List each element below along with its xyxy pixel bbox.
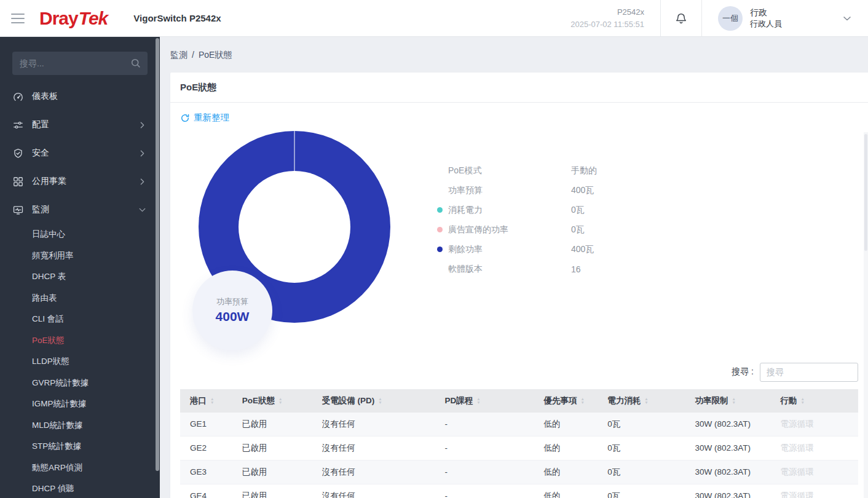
power-cycle-button[interactable]: 電源循環 — [775, 436, 858, 460]
sidebar-item-utilities[interactable]: 公用事業 — [0, 167, 160, 196]
table-cell: 低的 — [539, 413, 602, 437]
breadcrumb-parent[interactable]: 監測 — [170, 50, 187, 60]
stat-label: 廣告宣傳的功率 — [448, 224, 571, 235]
content-scrollbar-thumb[interactable] — [864, 134, 867, 251]
table-cell: 沒有任何 — [317, 460, 440, 484]
logo-text-dray: Dray — [39, 8, 78, 29]
sidebar-subitem-cli-session[interactable]: CLI 會話 — [0, 309, 160, 330]
app-header: Dray Tek VigorSwitch P2542x P2542x 2025-… — [0, 0, 868, 37]
power-budget-badge: 功率預算 400W — [192, 271, 272, 350]
badge-value: 400W — [216, 309, 250, 324]
table-cell: 已啟用 — [237, 413, 317, 437]
sidebar-subitem-log-center[interactable]: 日誌中心 — [0, 224, 160, 245]
table-cell: 30W (802.3AT) — [690, 413, 775, 437]
table-cell: - — [440, 484, 539, 498]
sort-icon[interactable]: ▲▼ — [210, 397, 214, 404]
bell-icon — [674, 12, 688, 25]
table-cell: 低的 — [539, 436, 602, 460]
content-scrollbar[interactable] — [864, 132, 868, 498]
column-header[interactable]: 行動▲▼ — [775, 389, 858, 413]
sidebar-subitem-bandwidth-utilization[interactable]: 頻寬利用率 — [0, 245, 160, 267]
sidebar-item-label: 公用事業 — [32, 176, 137, 187]
user-role: 行政 — [750, 6, 782, 18]
sidebar-subitem-mld-statistics[interactable]: MLD統計數據 — [0, 415, 160, 437]
sidebar-subitem-poe-status[interactable]: PoE狀態 — [0, 330, 160, 352]
sidebar-item-configuration[interactable]: 配置 — [0, 111, 160, 139]
column-header[interactable]: 功率限制▲▼ — [690, 389, 775, 413]
table-cell: 已啟用 — [237, 436, 317, 460]
stat-label: 消耗電力 — [448, 205, 571, 216]
sidebar-search-input[interactable] — [12, 52, 148, 75]
user-role-detail: 行政人員 — [750, 18, 782, 30]
sort-icon[interactable]: ▲▼ — [644, 397, 648, 404]
power-cycle-button[interactable]: 電源循環 — [775, 460, 858, 484]
shield-icon — [12, 148, 24, 159]
sidebar: 儀表板配置安全公用事業監測日誌中心頻寬利用率DHCP 表路由表CLI 會話PoE… — [0, 37, 160, 498]
table-cell: 已啟用 — [237, 460, 317, 484]
sidebar-item-security[interactable]: 安全 — [0, 139, 160, 167]
column-header[interactable]: 電力消耗▲▼ — [602, 389, 690, 413]
sort-icon[interactable]: ▲▼ — [800, 397, 804, 404]
donut-hole — [239, 171, 350, 283]
hamburger-menu-icon[interactable] — [0, 0, 36, 36]
table-row: GE4已啟用沒有任何-低的0瓦30W (802.3AT)電源循環 — [180, 484, 858, 498]
device-time: P2542x 2025-07-02 11:55:51 — [570, 6, 644, 30]
table-cell: 0瓦 — [602, 436, 690, 460]
chevron-down-icon[interactable] — [841, 12, 853, 25]
sidebar-nav: 儀表板配置安全公用事業監測日誌中心頻寬利用率DHCP 表路由表CLI 會話PoE… — [0, 82, 160, 498]
column-header[interactable]: 港口▲▼ — [180, 389, 237, 413]
sort-icon[interactable]: ▲▼ — [476, 397, 480, 404]
search-icon[interactable] — [130, 57, 141, 71]
table-cell: - — [440, 460, 539, 484]
table-cell: GE3 — [180, 460, 237, 484]
sidebar-subitem-routing-table[interactable]: 路由表 — [0, 288, 160, 309]
sidebar-item-label: 監測 — [32, 204, 137, 215]
stat-label: PoE模式 — [448, 165, 571, 176]
column-header[interactable]: PD課程▲▼ — [440, 389, 539, 413]
draytek-logo[interactable]: Dray Tek — [39, 0, 108, 36]
legend-dot — [437, 247, 443, 252]
column-header[interactable]: 受電設備 (PD)▲▼ — [317, 389, 440, 413]
sidebar-subitem-dynamic-arp-inspection[interactable]: 動態ARP偵測 — [0, 457, 160, 479]
stat-row: 消耗電力0瓦 — [437, 200, 597, 220]
sidebar-scrollbar[interactable] — [156, 38, 159, 471]
table-cell: 30W (802.3AT) — [690, 436, 775, 460]
sidebar-subitem-dhcp-snooping[interactable]: DHCP 偵聽 — [0, 478, 160, 498]
gauge-icon — [12, 91, 24, 103]
power-cycle-button[interactable]: 電源循環 — [775, 413, 858, 437]
table-row: GE1已啟用沒有任何-低的0瓦30W (802.3AT)電源循環 — [180, 413, 858, 437]
refresh-icon — [180, 113, 190, 123]
sidebar-item-label: 配置 — [32, 119, 137, 130]
table-cell: 沒有任何 — [317, 484, 440, 498]
sort-icon[interactable]: ▲▼ — [732, 397, 735, 404]
sidebar-item-monitoring[interactable]: 監測 — [0, 196, 160, 224]
sort-icon[interactable]: ▲▼ — [580, 397, 584, 404]
chevron-right-icon — [137, 120, 148, 130]
power-cycle-button[interactable]: 電源循環 — [775, 484, 858, 498]
stat-row: 廣告宣傳的功率0瓦 — [437, 220, 597, 240]
column-header[interactable]: PoE狀態▲▼ — [237, 389, 317, 413]
notifications-button[interactable] — [661, 0, 701, 36]
table-search: 搜尋 : — [180, 363, 858, 382]
table-cell: 30W (802.3AT) — [690, 484, 775, 498]
sidebar-item-dashboard[interactable]: 儀表板 — [0, 82, 160, 111]
poe-ports-table: 港口▲▼PoE狀態▲▼受電設備 (PD)▲▼PD課程▲▼優先事項▲▼電力消耗▲▼… — [180, 389, 858, 498]
header-spacer — [221, 0, 571, 36]
user-menu[interactable]: 一個 行政 行政人員 — [702, 0, 868, 36]
sort-icon[interactable]: ▲▼ — [378, 397, 382, 404]
sidebar-subitem-lldp-status[interactable]: LLDP狀態 — [0, 351, 160, 373]
table-cell: 低的 — [539, 484, 602, 498]
table-search-input[interactable] — [760, 363, 858, 382]
sort-icon[interactable]: ▲▼ — [278, 397, 282, 404]
column-header[interactable]: 優先事項▲▼ — [539, 389, 602, 413]
sidebar-subitem-gvrp-statistics[interactable]: GVRP統計數據 — [0, 373, 160, 394]
grid-icon — [12, 176, 24, 188]
sidebar-subitem-stp-statistics[interactable]: STP統計數據 — [0, 436, 160, 457]
sidebar-subitem-igmp-statistics[interactable]: IGMP統計數據 — [0, 393, 160, 415]
sidebar-subitem-dhcp-table[interactable]: DHCP 表 — [0, 266, 160, 288]
table-cell: GE1 — [180, 413, 237, 437]
table-cell: GE4 — [180, 484, 237, 498]
refresh-button[interactable]: 重新整理 — [180, 112, 229, 124]
breadcrumb-current: PoE狀態 — [199, 50, 232, 60]
stat-row: 剩餘功率400瓦 — [437, 240, 597, 259]
